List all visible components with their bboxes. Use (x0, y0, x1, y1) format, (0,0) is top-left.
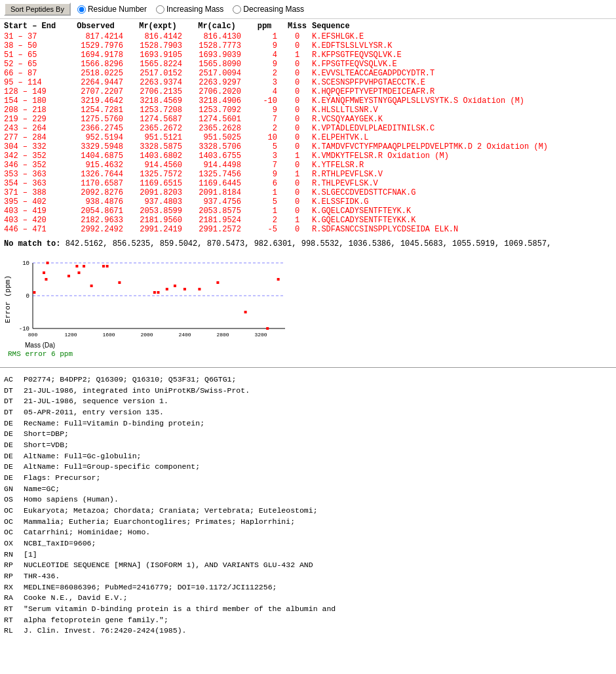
cell-range: 403 – 420 (4, 216, 63, 225)
cell-miss: 1 (282, 50, 312, 60)
meta-line: RP THR-436. (4, 571, 612, 582)
cell-range: 243 – 264 (4, 124, 63, 133)
cell-observed: 1404.6875 (63, 151, 128, 161)
meta-tag: RL (4, 625, 24, 637)
chart-point (198, 288, 201, 290)
chart-point (43, 271, 45, 274)
cell-sequence: K.EFSHLGK.E (312, 32, 612, 41)
cell-miss: 0 (282, 69, 312, 78)
header-sequence: Sequence (312, 22, 612, 31)
divider (0, 367, 616, 368)
table-row: 243 – 264 2366.2745 2365.2672 2365.2628 … (4, 124, 612, 133)
chart-svg: 10 0 -10 800 1200 1600 2000 2400 2800 32… (13, 256, 288, 342)
header-mrexpt: Mr(expt) (128, 22, 187, 31)
cell-observed: 2054.8671 (63, 207, 128, 216)
chart-point (75, 265, 78, 268)
cell-sequence: K.EDFTSLSLVLYSR.K (312, 41, 612, 50)
cell-mrexpt: 2053.8599 (128, 207, 187, 216)
cell-miss: 0 (282, 188, 312, 197)
meta-tag: DE (4, 429, 24, 440)
cell-range: 128 – 149 (4, 87, 63, 96)
meta-content: Short=DBP; (24, 429, 612, 440)
cell-miss: 0 (282, 32, 312, 41)
svg-text:1600: 1600 (102, 332, 115, 338)
table-row: 403 – 419 2054.8671 2053.8599 2053.8575 … (4, 207, 612, 216)
meta-line: RT "Serum vitamin D-binding protein is a… (4, 604, 612, 615)
cell-observed: 2518.0225 (63, 69, 128, 78)
cell-observed: 952.5194 (63, 133, 128, 142)
cell-range: 354 – 363 (4, 179, 63, 188)
header-mrcalc: Mr(calc) (187, 22, 246, 31)
meta-tag: GN (4, 484, 24, 495)
radio-decreasing[interactable]: Decreasing Mass (233, 5, 304, 14)
cell-miss: 0 (282, 96, 312, 106)
cell-observed: 2182.9633 (63, 216, 128, 225)
cell-miss: 0 (282, 60, 312, 69)
cell-mrexpt: 2365.2672 (128, 124, 187, 133)
meta-content: Flags: Precursor; (24, 473, 612, 484)
meta-tag: DT (4, 396, 24, 407)
svg-text:2000: 2000 (140, 332, 153, 338)
header-ppm: ppm (246, 22, 282, 31)
cell-observed: 1566.8296 (63, 60, 128, 69)
cell-mrexpt: 1169.6515 (128, 179, 187, 188)
meta-content: RecName: Full=Vitamin D-binding protein; (24, 418, 612, 429)
chart-point (266, 327, 269, 330)
meta-content: 05-APR-2011, entry version 135. (24, 407, 612, 418)
cell-miss: 0 (282, 124, 312, 133)
chart-point (166, 288, 168, 290)
meta-tag: RP (4, 560, 24, 571)
cell-range: 219 – 229 (4, 115, 63, 124)
cell-sequence: K.EYANQFMWEYSTNYGQAPLSLLVSYTK.S Oxidatio… (312, 96, 612, 106)
meta-line: OC Mammalia; Eutheria; Euarchontoglires;… (4, 517, 612, 528)
cell-mrcalc: 2091.8184 (187, 188, 246, 197)
cell-sequence: K.FPSGTFEQVSQLVK.E (312, 60, 612, 69)
cell-ppm: 9 (246, 60, 282, 69)
cell-observed: 938.4876 (63, 197, 128, 207)
cell-mrcalc: 2706.2020 (187, 87, 246, 96)
cell-ppm: -5 (246, 225, 282, 234)
no-match: No match to: 842.5162, 856.5235, 859.504… (0, 235, 616, 252)
cell-sequence: K.ELPEHTVK.L (312, 133, 612, 142)
cell-mrexpt: 914.4560 (128, 161, 187, 170)
meta-tag: RN (4, 549, 24, 561)
radio-increasing[interactable]: Increasing Mass (156, 5, 223, 14)
cell-mrcalc: 1693.9039 (187, 50, 246, 60)
cell-sequence: K.YTFELSR.R (312, 161, 612, 170)
cell-ppm: 3 (246, 151, 282, 161)
cell-miss: 1 (282, 216, 312, 225)
chart-area: Error (ppm) 10 0 -10 800 1200 1600 2000 … (0, 252, 308, 363)
table-row: 346 – 352 915.4632 914.4560 914.4498 7 0… (4, 161, 612, 170)
cell-mrexpt: 816.4142 (128, 32, 187, 41)
cell-mrcalc: 1565.8090 (187, 60, 246, 69)
cell-mrexpt: 1274.5687 (128, 115, 187, 124)
meta-content: 21-JUL-1986, integrated into UniProtKB/S… (24, 386, 612, 397)
svg-text:800: 800 (28, 332, 38, 338)
meta-line: RA Cooke N.E., David E.V.; (4, 593, 612, 604)
cell-miss: 0 (282, 106, 312, 115)
meta-line: RP NUCLEOTIDE SEQUENCE [MRNA] (ISOFORM 1… (4, 560, 612, 571)
table-row: 219 – 229 1275.5760 1274.5687 1274.5601 … (4, 115, 612, 124)
cell-mrexpt: 3218.4569 (128, 96, 187, 106)
cell-sequence: K.HQPQEFPTYVEPTMDEICEAFR.R (312, 87, 612, 96)
cell-sequence: K.GQELCADYSENTFTEYKK.K (312, 216, 612, 225)
meta-content: AltName: Full=Group-specific component; (24, 462, 612, 473)
cell-mrcalc: 2263.9297 (187, 78, 246, 87)
radio-residue[interactable]: Residue Number (77, 5, 147, 14)
meta-tag: AC (4, 374, 24, 386)
meta-tag: OX (4, 538, 24, 549)
cell-range: 38 – 50 (4, 41, 63, 50)
cell-range: 95 – 114 (4, 78, 63, 87)
meta-content: J. Clin. Invest. 76:2420-2424(1985). (24, 625, 612, 637)
meta-tag: DE (4, 462, 24, 473)
meta-tag: OS (4, 494, 24, 506)
meta-content: MEDLINE=86086396; PubMed=2416779; DOI=10… (24, 582, 612, 593)
cell-mrexpt: 2991.2419 (128, 225, 187, 234)
cell-ppm: 10 (246, 133, 282, 142)
table-row: 52 – 65 1566.8296 1565.8224 1565.8090 9 … (4, 60, 612, 69)
chart-point (106, 265, 109, 268)
cell-ppm: 6 (246, 179, 282, 188)
cell-miss: 0 (282, 207, 312, 216)
cell-sequence: K.HLSLLTLSNR.V (312, 106, 612, 115)
sort-button[interactable]: Sort Peptides By (4, 3, 71, 16)
